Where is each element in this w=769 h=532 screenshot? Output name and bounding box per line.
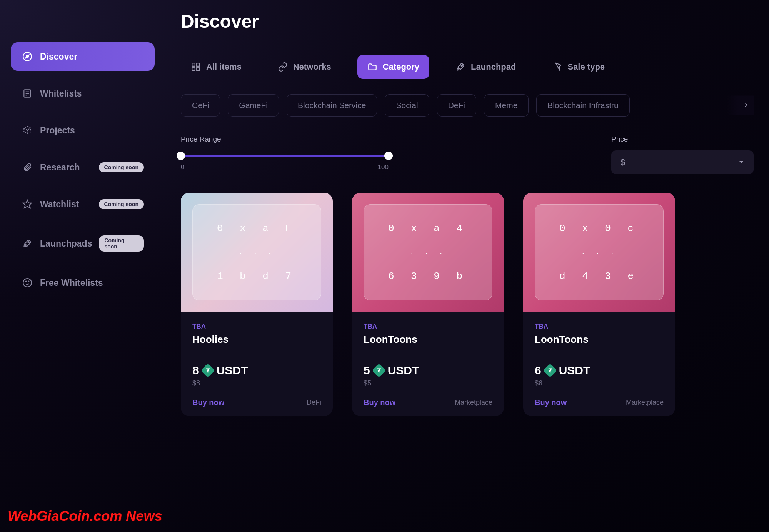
rocket-icon	[22, 238, 33, 249]
watermark: WebGiaCoin.com News	[8, 508, 162, 524]
card-image: 0 x a F . . . 1 b d 7	[181, 193, 333, 312]
filter-tabs: All items Networks Category Launchpad Sa…	[181, 55, 754, 79]
price-currency-select[interactable]: $	[611, 150, 754, 174]
chip-blockchain-service[interactable]: Blockchain Service	[287, 94, 377, 117]
slider-max-label: 100	[378, 163, 389, 171]
filter-sale-type[interactable]: Sale type	[542, 55, 615, 79]
svg-rect-11	[192, 63, 195, 66]
slider-thumb-min[interactable]	[177, 152, 185, 160]
filter-label: All items	[206, 62, 242, 72]
price-fiat: $8	[192, 379, 321, 387]
coming-soon-badge: Coming soon	[99, 162, 144, 172]
buy-now-button[interactable]: Buy now	[364, 398, 395, 407]
chip-cefi[interactable]: CeFi	[181, 94, 220, 117]
price-line: 8 ₮ USDT	[192, 364, 321, 377]
card-status: TBA	[364, 323, 492, 330]
project-cards: 0 x a F . . . 1 b d 7 TBA Hoolies 8 ₮ US…	[181, 193, 754, 416]
page-title: Discover	[181, 11, 754, 32]
svg-point-9	[26, 281, 27, 282]
sidebar-item-free-whitelists[interactable]: Free Whitelists	[11, 269, 155, 297]
chip-defi[interactable]: DeFi	[437, 94, 476, 117]
sidebar-item-whitelists[interactable]: Whitelists	[11, 79, 155, 108]
card-status: TBA	[192, 323, 321, 330]
rocket-icon	[455, 62, 465, 72]
address-bottom: 6 3 9 b	[388, 270, 468, 282]
chips-scroll-right[interactable]	[727, 96, 754, 115]
chip-blockchain-infrastru[interactable]: Blockchain Infrastru	[536, 94, 629, 117]
filter-label: Launchpad	[471, 62, 516, 72]
controls-row: Price Range 0 100 Price $	[181, 135, 754, 174]
grid-icon	[191, 62, 201, 72]
price-line: 6 ₮ USDT	[535, 364, 664, 377]
project-card[interactable]: 0 x a F . . . 1 b d 7 TBA Hoolies 8 ₮ US…	[181, 193, 333, 416]
address-dots: . . .	[581, 248, 617, 256]
link-icon	[278, 62, 288, 72]
usdt-icon: ₮	[372, 364, 386, 378]
buy-now-button[interactable]: Buy now	[192, 398, 224, 407]
card-image: 0 x 0 c . . . d 4 3 e	[523, 193, 675, 312]
filter-label: Category	[383, 62, 419, 72]
chip-social[interactable]: Social	[385, 94, 429, 117]
card-name: Hoolies	[192, 334, 321, 345]
svg-rect-13	[192, 68, 195, 71]
sidebar-item-label: Research	[40, 162, 80, 173]
price-range-label: Price Range	[181, 135, 389, 143]
compass-icon	[22, 51, 33, 62]
sidebar-item-research[interactable]: Research Coming soon	[11, 153, 155, 182]
sidebar-item-label: Launchpads	[40, 238, 92, 249]
smile-icon	[22, 277, 33, 289]
main-content: Discover All items Networks Category Lau…	[165, 0, 769, 532]
address-top: 0 x a 4	[388, 223, 468, 234]
sidebar-item-watchlist[interactable]: Watchlist Coming soon	[11, 190, 155, 218]
sidebar-item-projects[interactable]: Projects	[11, 116, 155, 145]
price-amount: 8	[192, 364, 199, 377]
buy-now-button[interactable]: Buy now	[535, 398, 567, 407]
sidebar-item-label: Whitelists	[40, 88, 82, 99]
project-card[interactable]: 0 x 0 c . . . d 4 3 e TBA LoonToons 6 ₮ …	[523, 193, 675, 416]
sidebar-item-label: Projects	[40, 125, 75, 136]
svg-marker-6	[23, 200, 32, 208]
filter-all-items[interactable]: All items	[181, 55, 252, 79]
sidebar-item-label: Free Whitelists	[40, 278, 103, 288]
slider-thumb-max[interactable]	[384, 152, 393, 160]
sidebar-item-discover[interactable]: Discover	[11, 42, 155, 71]
filter-networks[interactable]: Networks	[268, 55, 341, 79]
svg-point-7	[28, 242, 29, 243]
address-overlay: 0 x a 4 . . . 6 3 9 b	[364, 204, 492, 300]
price-line: 5 ₮ USDT	[364, 364, 492, 377]
svg-point-15	[461, 65, 462, 66]
price-currency: USDT	[559, 364, 591, 377]
address-top: 0 x a F	[217, 223, 297, 234]
svg-point-8	[23, 279, 32, 287]
usdt-icon: ₮	[200, 364, 215, 378]
sidebar-item-launchpads[interactable]: Launchpads Coming soon	[11, 227, 155, 260]
chip-meme[interactable]: Meme	[484, 94, 529, 117]
chip-gamefi[interactable]: GameFi	[228, 94, 279, 117]
address-bottom: 1 b d 7	[217, 270, 297, 282]
svg-rect-14	[197, 68, 200, 71]
project-card[interactable]: 0 x a 4 . . . 6 3 9 b TBA LoonToons 5 ₮ …	[352, 193, 504, 416]
card-image: 0 x a 4 . . . 6 3 9 b	[352, 193, 504, 312]
address-dots: . . .	[239, 248, 275, 256]
star-icon	[22, 198, 33, 210]
address-overlay: 0 x a F . . . 1 b d 7	[192, 204, 321, 300]
svg-rect-12	[197, 63, 200, 66]
folder-icon	[367, 62, 377, 72]
card-tag: DeFi	[307, 399, 321, 407]
address-top: 0 x 0 c	[559, 223, 639, 234]
svg-marker-16	[740, 162, 743, 163]
usdt-icon: ₮	[543, 364, 557, 378]
price-range-control: Price Range 0 100	[181, 135, 389, 174]
address-overlay: 0 x 0 c . . . d 4 3 e	[535, 204, 664, 300]
sidebar: Discover Whitelists Projects Research Co…	[0, 0, 165, 532]
card-tag: Marketplace	[455, 399, 492, 407]
price-range-slider[interactable]	[181, 155, 389, 157]
price-select-wrap: Price $	[611, 135, 754, 174]
card-status: TBA	[535, 323, 664, 330]
clip-icon	[22, 162, 33, 173]
filter-category[interactable]: Category	[357, 55, 429, 79]
filter-label: Networks	[293, 62, 331, 72]
address-bottom: d 4 3 e	[559, 270, 639, 282]
filter-launchpad[interactable]: Launchpad	[445, 55, 526, 79]
price-currency: USDT	[217, 364, 248, 377]
